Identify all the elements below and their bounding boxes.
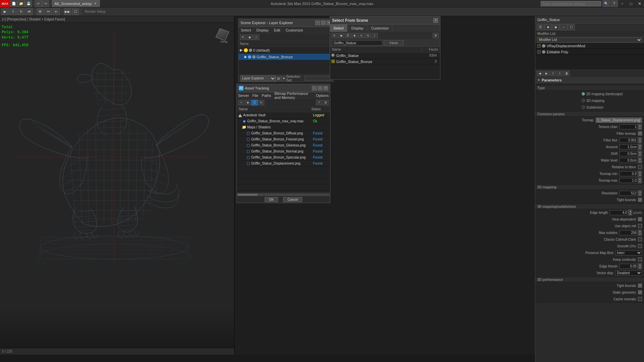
tmax-up[interactable]: ▲ xyxy=(638,177,642,180)
mod-pin-btn[interactable]: ◀ xyxy=(537,71,543,76)
mod-down-btn[interactable]: ⇩ xyxy=(557,71,563,76)
ss-tab-select[interactable]: Select xyxy=(330,24,347,32)
move-tool[interactable]: ⇧ xyxy=(9,8,17,15)
search-input[interactable] xyxy=(541,1,601,6)
modifier-list[interactable]: ✓ VRayDisplacementMod ✓ Editable Poly xyxy=(535,43,644,70)
ss-hierarchy-icon[interactable]: ☰ xyxy=(345,33,351,38)
scale-tool[interactable]: ⇄ xyxy=(25,8,33,15)
amount-down[interactable]: ▼ xyxy=(638,147,642,150)
ss-tab-customize[interactable]: Customize xyxy=(368,24,392,32)
workspace-tab[interactable]: AK_Screenshot_wrksp ▼ xyxy=(52,0,100,7)
minimize-btn[interactable]: − xyxy=(618,0,627,7)
se-layer-griffin[interactable]: ◆ Griffin_Statue_Bronze xyxy=(238,54,333,60)
se-filter-icon[interactable]: ◆ xyxy=(247,35,253,40)
resolution-input[interactable]: ▲ ▼ xyxy=(620,190,642,196)
edge-length-input[interactable]: ▲ ▼ xyxy=(610,209,632,216)
amount-up[interactable]: ▲ xyxy=(638,144,642,147)
relative-bbox-check[interactable] xyxy=(638,165,642,169)
ethresh-up[interactable]: ▲ xyxy=(638,263,642,266)
mod-right-btn[interactable]: ▶ xyxy=(543,71,549,76)
scene-explorer-header[interactable]: Scene Explorer - Layer Explorer − □ ✕ xyxy=(238,19,333,27)
mirror-btn[interactable]: ↦ xyxy=(45,8,52,15)
ss-object-list[interactable]: Griffin_Statue 9384 Griffin_Statue_Bronz… xyxy=(330,53,440,79)
at-scrollbar[interactable] xyxy=(237,193,330,196)
elen-down[interactable]: ▼ xyxy=(628,213,632,216)
catmull-clark-check[interactable] xyxy=(638,237,642,241)
amount-input[interactable]: ▲ ▼ xyxy=(620,144,642,150)
at-row-maps[interactable]: 📁 Maps / Shaders xyxy=(237,124,330,130)
view-dependent-check[interactable]: ✓ xyxy=(638,217,642,221)
ss-close-btn[interactable]: ✕ xyxy=(433,18,438,23)
cache-normals-check[interactable] xyxy=(638,297,642,301)
mod-item-vray[interactable]: ✓ VRayDisplacementMod xyxy=(535,43,644,49)
tight-bounds-check[interactable]: ✓ xyxy=(638,198,642,202)
texmap-btn[interactable]: 1_Statue_Displacement.png] xyxy=(596,118,642,123)
at-row-specular[interactable]: ▢ Griffin_Statue_Bronze_Specular.png Fou… xyxy=(237,155,330,161)
ss-list-icon[interactable]: ■ xyxy=(352,33,358,38)
ss-obj-griffin-statue[interactable]: Griffin_Statue 9384 xyxy=(330,53,440,59)
ss-all-icon[interactable]: A xyxy=(358,33,364,38)
texmap-min-input[interactable]: ▲ ▼ xyxy=(620,171,642,177)
msubdiv-up[interactable]: ▲ xyxy=(638,230,642,233)
at-menu-bitmap[interactable]: Bitmap Performance and Memory xyxy=(274,92,313,100)
search-icon[interactable]: 🔍 xyxy=(602,0,610,7)
close-btn[interactable]: ✕ xyxy=(635,0,644,7)
at-add-btn[interactable]: + xyxy=(238,100,244,105)
at-row-vault[interactable]: ⛪ Autodesk Vault Logged xyxy=(237,112,330,118)
texmap-max-input[interactable]: ▲ ▼ xyxy=(620,177,642,183)
tex-chan-up[interactable]: ▲ xyxy=(638,124,642,127)
mod-check-vray[interactable]: ✓ xyxy=(537,44,541,48)
se-menu-edit[interactable]: Edit xyxy=(273,28,281,32)
mod-check-epoly[interactable]: ✓ xyxy=(537,50,541,54)
material-btn[interactable]: ☐ xyxy=(72,8,79,15)
at-header[interactable]: AT Asset Tracking − □ ✕ xyxy=(237,84,330,92)
nav-cube[interactable]: Persp xyxy=(217,29,231,43)
ss-tab-display[interactable]: Display xyxy=(348,24,367,32)
at-minimize-btn[interactable]: − xyxy=(312,86,317,90)
mod-up-btn[interactable]: ⇧ xyxy=(550,71,556,76)
ss-filter-icon[interactable]: ◆ xyxy=(338,33,344,38)
se-menu-customize[interactable]: Customize xyxy=(285,28,304,32)
at-list-btn[interactable]: ☰ xyxy=(252,100,258,105)
at-remove-btn[interactable]: ■ xyxy=(245,100,251,105)
radio-2d[interactable] xyxy=(582,92,585,96)
filter-blur-input[interactable]: ▲ ▼ xyxy=(620,137,642,143)
params-header[interactable]: ▼ Parameters xyxy=(535,77,644,83)
ss-invert-icon[interactable]: I xyxy=(372,33,378,38)
at-menu-paths[interactable]: Paths xyxy=(262,94,271,98)
tmin-down[interactable]: ▼ xyxy=(638,174,642,177)
viewport-canvas[interactable]: Total Polys: 9,384 Verts: 9,477 FPS: 643… xyxy=(0,23,234,348)
at-row-diffuse[interactable]: ▢ Griffin_Statue_Bronze_Diffuse.png Foun… xyxy=(237,130,330,136)
se-explorer-type[interactable]: Layer Explorer xyxy=(240,75,276,81)
ss-settings-icon[interactable]: ⚙ xyxy=(433,33,439,38)
se-settings-icon[interactable]: ▼ xyxy=(281,76,286,81)
tex-chan-down[interactable]: ▼ xyxy=(638,127,642,130)
tight-bounds2-check[interactable]: ✓ xyxy=(638,284,642,288)
filter-texmap-check[interactable]: ✓ xyxy=(638,131,642,135)
ethresh-down[interactable]: ▼ xyxy=(638,266,642,269)
keep-continuity-check[interactable] xyxy=(638,257,642,261)
at-maximize-btn[interactable]: □ xyxy=(318,86,322,90)
at-scroll-track[interactable] xyxy=(237,194,329,196)
se-menu-select[interactable]: Select xyxy=(240,28,252,32)
redo-btn[interactable]: ↪ xyxy=(42,0,49,7)
mod-tab-2[interactable]: ■ xyxy=(544,24,552,30)
se-minimize-btn[interactable]: − xyxy=(315,20,320,25)
fblur-up[interactable]: ▲ xyxy=(638,137,642,140)
static-geometry-check[interactable]: ✓ xyxy=(638,290,642,294)
vector-disp-select[interactable]: Disabled Object XYZ World XYZ xyxy=(615,270,642,276)
undo-btn[interactable]: ↩ xyxy=(35,0,42,7)
tmin-up[interactable]: ▲ xyxy=(638,171,642,174)
select-tool[interactable]: ▶ xyxy=(1,8,9,15)
select-scene-header[interactable]: Select From Scene ✕ xyxy=(330,16,440,24)
max-subdivs-input[interactable]: ▲ ▼ xyxy=(620,230,642,236)
snap-btn[interactable]: ⛨ xyxy=(37,8,44,15)
water-level-input[interactable]: ▲ ▼ xyxy=(620,157,642,163)
se-selection-set-input[interactable] xyxy=(305,76,331,81)
new-btn[interactable]: 📄 xyxy=(10,0,17,7)
elen-up[interactable]: ▲ xyxy=(628,209,632,213)
open-btn[interactable]: 📁 xyxy=(17,0,25,7)
shift-up[interactable]: ▲ xyxy=(638,150,642,154)
at-settings-btn[interactable]: ⚙ xyxy=(323,100,329,105)
align-btn[interactable]: ⇤ xyxy=(53,8,60,15)
